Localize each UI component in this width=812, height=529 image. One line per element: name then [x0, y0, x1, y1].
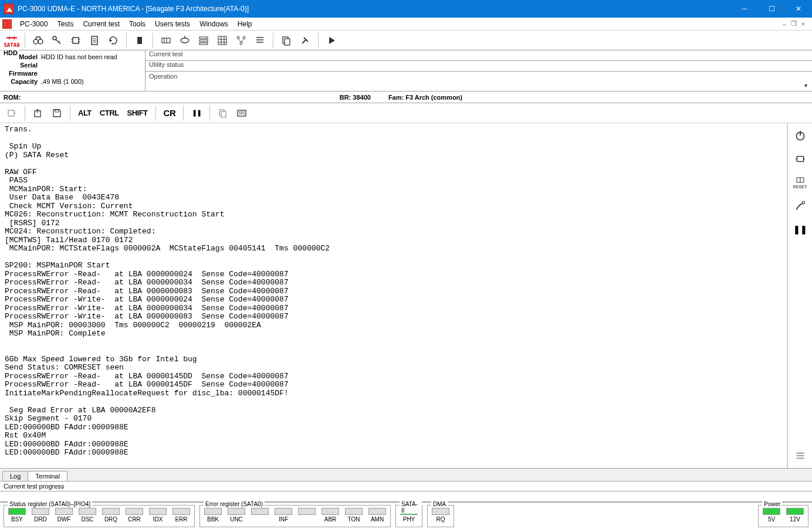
svg-rect-19 [162, 38, 170, 43]
status-bit-bsy: BSY [6, 508, 28, 525]
svg-point-33 [243, 36, 245, 39]
error-bit-inf: INF [273, 508, 294, 525]
tab-log[interactable]: Log [2, 471, 28, 481]
error-bit-led-4 [298, 508, 316, 515]
status-bit-led-5 [126, 508, 143, 515]
tool-structure-icon[interactable] [233, 32, 249, 49]
current-test-box: Current test [146, 50, 812, 61]
side-chip-icon[interactable] [791, 150, 809, 168]
operation-dropdown-icon[interactable]: ▾ [804, 82, 807, 89]
tool-memory-icon[interactable] [131, 32, 148, 49]
svg-point-4 [38, 39, 43, 44]
side-pause-button[interactable]: ❚❚ [791, 221, 809, 238]
br-label: BR: 38400 [340, 94, 371, 101]
error-bit-ton: TON [343, 508, 364, 525]
term-ctrl-button[interactable]: CTRL [97, 105, 122, 121]
tool-copy-icon[interactable] [278, 32, 295, 49]
tool-sector-icon[interactable] [158, 32, 174, 49]
term-pause-button[interactable] [188, 105, 205, 121]
term-save-icon[interactable] [49, 105, 65, 121]
svg-marker-42 [329, 37, 335, 44]
status-bit-led-1 [32, 508, 49, 515]
side-reset-button[interactable]: RESET [791, 174, 809, 191]
mdi-restore-icon[interactable]: ❐ [790, 20, 798, 28]
rom-label: ROM: [4, 94, 21, 101]
term-export-icon[interactable] [30, 105, 46, 121]
svg-rect-18 [137, 37, 142, 44]
minimize-button[interactable]: ─ [731, 0, 758, 18]
terminal-output[interactable]: Trans. Spin Up (P) SATA Reset RAW OFF PA… [0, 123, 787, 468]
window-titlebar: PC-3000 UDMA-E - NORTH AMERICA - [Seagat… [0, 0, 812, 18]
side-lines-icon[interactable] [791, 447, 809, 464]
info-panel: HDD ModelHDD ID has not been read Serial… [0, 50, 812, 91]
menu-tools[interactable]: Tools [124, 19, 150, 29]
status-bit-drd: DRD [30, 508, 51, 525]
status-bit-drq: DRQ [100, 508, 121, 525]
tool-refresh-icon[interactable] [105, 32, 121, 49]
svg-point-34 [240, 42, 242, 45]
svg-rect-47 [221, 111, 226, 117]
error-bit-led-3 [275, 508, 292, 515]
status-register-group: Status register (SATA0)–[PIO4] BSYDRDDWF… [4, 505, 195, 527]
svg-point-3 [33, 39, 38, 44]
app-icon [4, 4, 14, 14]
power-bit-5v: 5V [761, 508, 782, 525]
menu-tests[interactable]: Tests [52, 19, 78, 29]
mdi-close-icon[interactable]: × [799, 20, 807, 28]
menu-users-tests[interactable]: Users tests [150, 19, 195, 29]
error-bit-bbk: BBK [202, 508, 224, 525]
close-button[interactable]: ✕ [785, 0, 812, 18]
status-bit-led-2 [55, 508, 73, 515]
error-bit-amn: AMN [367, 508, 388, 525]
error-bit-led-0 [204, 508, 222, 515]
hdd-firmware-value [41, 69, 141, 77]
svg-rect-53 [797, 157, 803, 162]
progress-label: Current test progress [4, 483, 64, 490]
status-bit-led-4 [102, 508, 120, 515]
tool-chip-icon[interactable] [67, 32, 84, 49]
term-send-icon[interactable] [4, 105, 20, 121]
term-shift-button[interactable]: SHIFT [124, 105, 150, 121]
svg-rect-41 [285, 39, 290, 45]
svg-rect-43 [8, 110, 14, 116]
tool-disc-icon[interactable] [177, 32, 193, 49]
sata-port-button[interactable]: SATA0 [4, 32, 20, 49]
utility-status-box: Utility status [146, 61, 812, 72]
tool-grid-icon[interactable] [214, 32, 231, 49]
mdi-minimize-icon[interactable]: – [780, 20, 789, 28]
error-bit-led-6 [345, 508, 363, 515]
tool-tools-icon[interactable] [297, 32, 313, 49]
side-power-icon[interactable] [791, 127, 809, 144]
tool-zones-icon[interactable] [195, 32, 212, 49]
error-bit-unc: UNC [226, 508, 247, 525]
tool-run-icon[interactable] [323, 32, 340, 49]
dma-bit-led-0 [432, 508, 449, 515]
progress-row: Current test progress [0, 481, 812, 491]
tool-list-icon[interactable] [252, 32, 268, 49]
svg-rect-8 [73, 38, 79, 43]
menu-windows[interactable]: Windows [195, 19, 233, 29]
power-bit-led-1 [786, 508, 804, 515]
menu-help[interactable]: Help [233, 19, 257, 29]
status-bit-idx: IDX [147, 508, 168, 525]
term-alt-button[interactable]: ALT [75, 105, 94, 121]
side-tool-panel: RESET ❚❚ [787, 123, 812, 468]
power-group: Power 5V12V [758, 505, 808, 527]
tool-binoculars-icon[interactable] [30, 32, 46, 49]
tool-document-icon[interactable] [86, 32, 103, 49]
hdd-serial-value [41, 61, 141, 69]
error-bit-bit4 [296, 508, 317, 525]
tool-key-icon[interactable] [49, 32, 65, 49]
side-probe-icon[interactable] [791, 197, 809, 215]
svg-line-35 [238, 39, 241, 42]
operation-box: Operation ▾ [146, 72, 812, 91]
term-log-icon[interactable] [234, 105, 250, 121]
term-cr-button[interactable]: CR [161, 105, 179, 121]
term-copy-icon[interactable] [215, 105, 231, 121]
menu-current-test[interactable]: Current test [78, 19, 124, 29]
menu-pc3000[interactable]: PC-3000 [15, 19, 52, 29]
error-bit-abr: ABR [320, 508, 341, 525]
maximize-button[interactable]: ☐ [758, 0, 785, 18]
svg-rect-24 [199, 37, 208, 39]
tab-terminal[interactable]: Terminal [28, 471, 67, 481]
